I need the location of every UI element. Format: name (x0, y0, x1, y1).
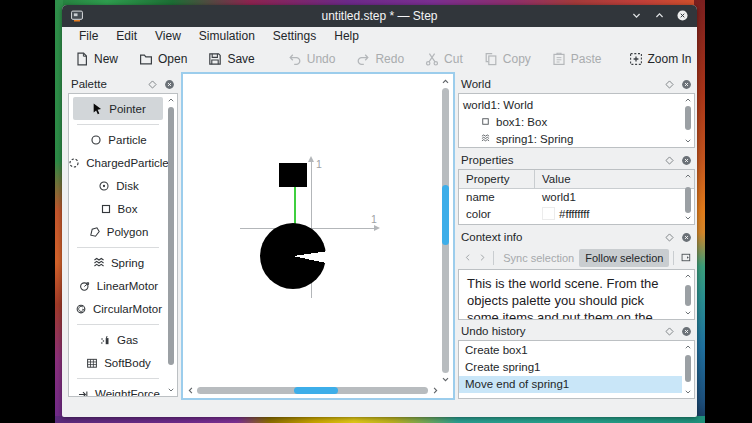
palette-item[interactable]: CircularMotor (73, 297, 163, 320)
undo-history-item[interactable]: Move end of spring1 (459, 376, 682, 393)
scroll-down-icon[interactable] (684, 388, 692, 396)
float-panel-icon[interactable] (664, 155, 675, 166)
scrollbar-thumb[interactable] (685, 106, 691, 130)
menu-item[interactable]: File (70, 27, 107, 46)
toolbar-button[interactable]: Undo (281, 48, 342, 70)
back-icon[interactable] (463, 251, 473, 264)
column-header-value[interactable]: Value (535, 170, 694, 188)
toolbar-button[interactable]: Copy (477, 48, 537, 70)
palette-panel: Palette Pointer Particle C (68, 75, 178, 397)
palette-item[interactable]: Disk (73, 174, 163, 197)
canvas-vertical-scrollbar[interactable] (442, 88, 449, 373)
float-panel-icon[interactable] (664, 326, 675, 337)
scroll-up-icon[interactable] (684, 272, 692, 280)
paste-icon (551, 51, 567, 67)
world-canvas[interactable]: 1 1 (181, 72, 455, 400)
scroll-up-icon[interactable] (684, 172, 692, 180)
scroll-right-icon[interactable] (431, 386, 440, 395)
scrollbar-thumb[interactable] (442, 185, 449, 245)
float-panel-icon[interactable] (664, 232, 675, 243)
column-header-property[interactable]: Property (459, 170, 535, 188)
scrollbar-thumb[interactable] (685, 187, 691, 213)
close-panel-icon[interactable] (681, 232, 692, 243)
close-panel-icon[interactable] (681, 155, 692, 166)
maximize-button[interactable] (653, 9, 666, 22)
scrollbar-thumb[interactable] (685, 285, 691, 306)
properties-scrollbar[interactable] (683, 171, 693, 223)
scroll-left-icon[interactable] (186, 386, 195, 395)
scrollbar-thumb[interactable] (294, 387, 338, 394)
palette-header: Palette (68, 75, 178, 93)
palette-item[interactable]: Pointer (73, 97, 163, 120)
menu-item[interactable]: Help (325, 27, 368, 46)
palette-item[interactable]: ChargedParticle (73, 151, 163, 174)
close-panel-icon[interactable] (164, 79, 175, 90)
open-in-new-icon[interactable] (680, 250, 692, 265)
box1-object[interactable] (279, 163, 307, 187)
follow-selection-button[interactable]: Follow selection (579, 249, 669, 267)
palette-item[interactable]: Particle (73, 128, 163, 151)
scroll-down-icon[interactable] (684, 137, 692, 145)
scroll-down-icon[interactable] (441, 375, 450, 384)
palette-scrollbar[interactable] (166, 95, 176, 395)
panel-title: Properties (461, 154, 658, 166)
palette-item[interactable]: Box (73, 197, 163, 220)
spring1-object[interactable] (294, 186, 296, 224)
scrollbar-thumb[interactable] (685, 355, 691, 382)
undo-history-item[interactable]: Create box1 (459, 342, 682, 359)
forward-icon[interactable] (477, 251, 487, 264)
float-panel-icon[interactable] (664, 79, 675, 90)
y-axis-tick-label: 1 (316, 158, 322, 170)
palette-item[interactable]: Gas (73, 328, 163, 351)
close-panel-icon[interactable] (681, 79, 692, 90)
menu-item[interactable]: View (146, 27, 190, 46)
toolbar-button[interactable]: Cut (418, 48, 469, 70)
palette-item[interactable]: Polygon (73, 220, 163, 243)
world-scrollbar[interactable] (683, 95, 693, 146)
menu-item[interactable]: Edit (107, 27, 146, 46)
scroll-down-icon[interactable] (167, 386, 175, 394)
float-panel-icon[interactable] (147, 79, 158, 90)
toolbar-button[interactable]: Redo (349, 48, 410, 70)
context-scrollbar[interactable] (683, 271, 693, 318)
palette-item[interactable]: WeightForce (73, 382, 163, 397)
undo-history-item[interactable]: Create spring1 (459, 359, 682, 376)
disk-object[interactable] (260, 223, 326, 289)
toolbar-button[interactable]: Zoom In (622, 48, 698, 70)
property-row[interactable]: color #ffffffff (459, 205, 682, 222)
menu-item[interactable]: Settings (264, 27, 325, 46)
menu-item[interactable]: Simulation (190, 27, 264, 46)
property-row[interactable]: time 0 s (459, 222, 682, 225)
scroll-up-icon[interactable] (684, 343, 692, 351)
toolbar-button[interactable]: New (68, 48, 124, 70)
sync-selection-button[interactable]: Sync selection (498, 250, 579, 266)
cut-icon (424, 51, 440, 67)
world-tree-item[interactable]: spring1: Spring (463, 130, 682, 147)
close-button[interactable] (676, 9, 689, 22)
toolbar-button[interactable]: Open (132, 48, 193, 70)
toolbar-button[interactable]: Save (201, 48, 260, 70)
toolbar: New Open Save Undo Redo Cut (62, 46, 697, 71)
scrollbar-thumb[interactable] (168, 107, 174, 365)
scroll-up-icon[interactable] (684, 96, 692, 104)
palette-item[interactable]: LinearMotor (73, 274, 163, 297)
separator (77, 378, 159, 379)
titlebar[interactable]: untitled.step * — Step (62, 5, 697, 27)
scroll-up-icon[interactable] (441, 77, 450, 86)
canvas-horizontal-scrollbar[interactable] (197, 387, 428, 394)
palette-item[interactable]: SoftBody (73, 351, 163, 374)
undo-scrollbar[interactable] (683, 342, 693, 397)
minimize-button[interactable] (630, 9, 643, 22)
property-row[interactable]: name world1 (459, 188, 682, 205)
separator (77, 247, 159, 248)
palette-item[interactable]: Spring (73, 251, 163, 274)
scroll-down-icon[interactable] (684, 214, 692, 222)
toolbar-button[interactable]: Paste (545, 48, 608, 70)
close-panel-icon[interactable] (681, 326, 692, 337)
world-tree-item[interactable]: world1: World (463, 96, 682, 113)
separator (493, 251, 494, 265)
panel-title: Context info (461, 231, 658, 243)
scroll-up-icon[interactable] (167, 96, 175, 104)
world-tree-item[interactable]: box1: Box (463, 113, 682, 130)
scroll-down-icon[interactable] (684, 309, 692, 317)
